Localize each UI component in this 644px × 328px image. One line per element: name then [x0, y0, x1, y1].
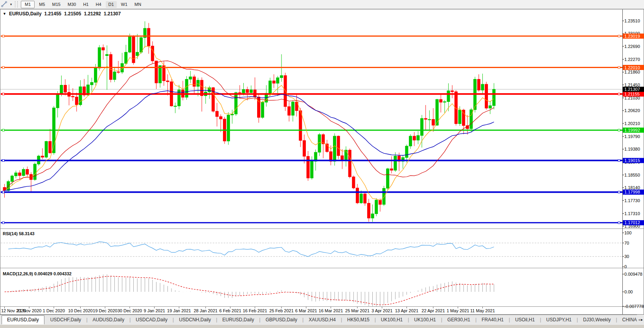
- line-handle: [2, 35, 4, 37]
- chart-tab-uk100-h1[interactable]: UK100,H1: [376, 315, 408, 324]
- timeframe-button-m30[interactable]: M30: [65, 1, 79, 8]
- svg-text:1.23019: 1.23019: [624, 34, 640, 39]
- line-handle: [618, 129, 620, 131]
- line-handle: [2, 222, 4, 224]
- svg-text:30 Dec 2020: 30 Dec 2020: [118, 308, 142, 313]
- timeframe-button-h4[interactable]: H4: [93, 1, 104, 8]
- svg-text:1.17310: 1.17310: [624, 211, 640, 216]
- svg-text:25 Feb 2021: 25 Feb 2021: [269, 308, 294, 313]
- svg-text:1.21307: 1.21307: [624, 87, 640, 92]
- line-handle: [618, 160, 620, 162]
- chart-tab-usdchf-daily[interactable]: USDCHF,Daily: [45, 315, 86, 324]
- svg-text:25 Mar 2021: 25 Mar 2021: [345, 308, 370, 313]
- svg-text:1.22270: 1.22270: [624, 57, 640, 62]
- svg-text:13 Apr 2021: 13 Apr 2021: [395, 308, 418, 313]
- timeframe-button-mn[interactable]: MN: [132, 1, 144, 8]
- svg-text:30: 30: [624, 254, 629, 259]
- ohlc-open: 1.21455: [44, 11, 61, 17]
- chart-tab-gbpusd-daily[interactable]: GBPUSD,Daily: [260, 315, 302, 324]
- svg-text:0.00: 0.00: [624, 289, 633, 294]
- svg-text:0: 0: [624, 264, 627, 269]
- line-handle: [618, 222, 620, 224]
- tab-scroll-right-icon[interactable]: ▸: [641, 317, 643, 322]
- chart-tab-usdcnh-daily[interactable]: USDCNH,Daily: [174, 315, 216, 324]
- svg-text:11 May 2021: 11 May 2021: [470, 308, 495, 313]
- svg-text:1.22010: 1.22010: [624, 65, 640, 70]
- price-chart-canvas[interactable]: 1.235101.231001.226901.222701.218601.214…: [0, 0, 644, 328]
- price-line-label: 1.21307: [623, 87, 644, 92]
- svg-text:0.009478: 0.009478: [624, 272, 642, 276]
- svg-text:1.19992: 1.19992: [624, 128, 640, 133]
- line-handle: [2, 129, 4, 131]
- svg-text:1.17730: 1.17730: [624, 198, 640, 203]
- chart-tab-eurusd-daily[interactable]: EURUSD,Daily: [2, 315, 44, 324]
- rsi-indicator-label: RSI(14) 58.3143: [3, 231, 35, 236]
- ohlc-low: 1.21292: [84, 11, 101, 17]
- svg-text:3 Apr 2021: 3 Apr 2021: [372, 308, 392, 313]
- toolbar-grip[interactable]: [15, 1, 18, 7]
- line-handle: [618, 93, 620, 95]
- svg-text:1.18140: 1.18140: [624, 185, 640, 190]
- price-line-label: 1.22010: [623, 65, 644, 70]
- svg-text:1 May 2021: 1 May 2021: [447, 308, 469, 313]
- svg-text:1.17012: 1.17012: [624, 220, 640, 225]
- chart-tab-usdjpy-h1[interactable]: USDJPY,H1: [541, 315, 576, 324]
- chart-tab-usoil-h1[interactable]: USOil,H1: [510, 315, 540, 324]
- price-line-label: 1.17012: [623, 220, 644, 225]
- timeframe-button-h1[interactable]: H1: [80, 1, 91, 8]
- price-line-label: 1.17998: [623, 190, 644, 195]
- tab-scroll-arrows: ◂ ▸: [637, 315, 644, 324]
- symbol-dropdown-icon[interactable]: ▼: [3, 12, 6, 16]
- svg-text:19 Jan 2021: 19 Jan 2021: [167, 308, 191, 313]
- svg-text:1.20620: 1.20620: [624, 108, 640, 113]
- svg-text:1.20210: 1.20210: [624, 121, 640, 126]
- timeframe-button-d1[interactable]: D1: [106, 1, 117, 8]
- chart-title: ▼ EURUSD,Daily 1.21455 1.21505 1.21292 1…: [3, 11, 121, 17]
- timeframe-button-group: M1M5M15M30H1H4D1W1MN: [20, 0, 145, 8]
- svg-text:70: 70: [624, 241, 629, 245]
- chart-tab-hk50-m15[interactable]: HK50,M15: [342, 315, 375, 324]
- timeframe-button-m5[interactable]: M5: [36, 1, 48, 8]
- svg-text:1 Dec 2020: 1 Dec 2020: [43, 308, 65, 313]
- chart-tab-uk100-h1[interactable]: UK100,H1: [409, 315, 441, 324]
- timeframe-button-m15[interactable]: M15: [50, 1, 63, 8]
- ohlc-high: 1.21505: [64, 11, 81, 17]
- svg-text:1.21450: 1.21450: [624, 83, 640, 87]
- line-handle: [2, 93, 4, 95]
- ohlc-close: 1.21307: [104, 11, 121, 17]
- price-line-label: 1.21155: [623, 92, 644, 97]
- svg-text:1.22690: 1.22690: [624, 44, 640, 49]
- svg-text:21 Nov 2020: 21 Nov 2020: [17, 308, 41, 313]
- svg-text:28 Jan 2021: 28 Jan 2021: [194, 308, 218, 313]
- svg-text:1.19380: 1.19380: [624, 147, 640, 151]
- chart-tab-ger30-h1[interactable]: GER30,H1: [442, 315, 475, 324]
- line-handle: [618, 191, 620, 193]
- svg-text:1.23510: 1.23510: [624, 18, 640, 23]
- chart-tab-fra40-h1[interactable]: FRA40,H1: [477, 315, 509, 324]
- svg-text:100: 100: [624, 230, 631, 235]
- timeframe-button-w1[interactable]: W1: [118, 1, 131, 8]
- svg-text:9 Jan 2021: 9 Jan 2021: [144, 308, 165, 313]
- timeframe-button-m1[interactable]: M1: [21, 1, 35, 8]
- svg-text:6 Mar 2021: 6 Mar 2021: [295, 308, 317, 313]
- tab-scroll-left-icon[interactable]: ◂: [638, 317, 640, 322]
- line-handle: [618, 66, 620, 68]
- tool-dropdown-caret[interactable]: ▾: [9, 2, 13, 6]
- svg-text:19 Dec 2020: 19 Dec 2020: [93, 308, 117, 313]
- svg-text:1.21155: 1.21155: [624, 92, 640, 96]
- chart-tab-xauusd-h4[interactable]: XAUUSD,H4: [304, 315, 341, 324]
- svg-text:1.17998: 1.17998: [624, 190, 640, 194]
- price-line-label: 1.23019: [623, 33, 644, 39]
- chart-tab-dj30-weekly[interactable]: DJ30,Weekly: [578, 315, 616, 324]
- svg-text:16 Mar 2021: 16 Mar 2021: [319, 308, 343, 313]
- line-handle: [2, 191, 4, 193]
- line-handle: [2, 66, 4, 68]
- chart-tab-audusd-daily[interactable]: AUDUSD,Daily: [88, 315, 130, 324]
- trendline-tool-button[interactable]: [0, 0, 9, 8]
- chart-tab-eurusd-daily[interactable]: EURUSD,Daily: [217, 315, 259, 324]
- svg-text:6 Feb 2021: 6 Feb 2021: [219, 308, 241, 313]
- price-line-label: 1.19992: [623, 127, 644, 133]
- svg-text:22 Apr 2021: 22 Apr 2021: [421, 308, 445, 313]
- svg-text:1.19015: 1.19015: [624, 158, 640, 163]
- chart-tab-usdcad-daily[interactable]: USDCAD,Daily: [131, 315, 173, 324]
